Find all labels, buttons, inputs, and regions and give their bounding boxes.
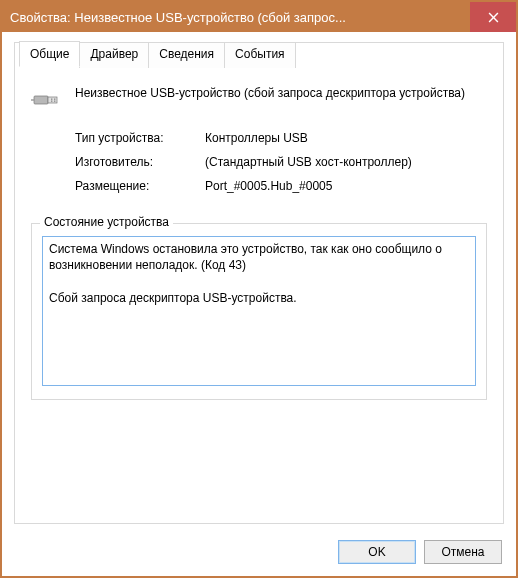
svg-rect-5 — [54, 99, 55, 100]
tab-details[interactable]: Сведения — [148, 42, 225, 68]
device-status-label: Состояние устройства — [40, 215, 173, 229]
device-status-textbox[interactable] — [42, 236, 476, 386]
titlebar[interactable]: Свойства: Неизвестное USB-устройство (сб… — [2, 2, 516, 32]
svg-rect-7 — [54, 101, 55, 102]
prop-label-manufacturer: Изготовитель: — [75, 155, 205, 169]
ok-button[interactable]: OK — [338, 540, 416, 564]
dialog-buttons: OK Отмена — [2, 530, 516, 576]
svg-rect-4 — [51, 99, 52, 100]
tab-general[interactable]: Общие — [19, 41, 80, 67]
prop-value-location: Port_#0005.Hub_#0005 — [205, 179, 332, 193]
prop-label-location: Размещение: — [75, 179, 205, 193]
tab-driver[interactable]: Драйвер — [79, 42, 149, 68]
properties-dialog: Свойства: Неизвестное USB-устройство (сб… — [0, 0, 518, 578]
prop-value-manufacturer: (Стандартный USB хост-контроллер) — [205, 155, 412, 169]
prop-label-type: Тип устройства: — [75, 131, 205, 145]
client-area: Общие Драйвер Сведения События — [2, 32, 516, 576]
device-header: Неизвестное USB-устройство (сбой запроса… — [31, 83, 487, 117]
property-list: Тип устройства: Контроллеры USB Изготови… — [75, 131, 487, 203]
prop-row-type: Тип устройства: Контроллеры USB — [75, 131, 487, 145]
prop-value-type: Контроллеры USB — [205, 131, 308, 145]
device-name: Неизвестное USB-устройство (сбой запроса… — [75, 83, 465, 117]
prop-row-manufacturer: Изготовитель: (Стандартный USB хост-конт… — [75, 155, 487, 169]
svg-rect-6 — [51, 101, 52, 102]
tab-events[interactable]: События — [224, 42, 296, 68]
close-button[interactable] — [470, 2, 516, 32]
tab-strip: Общие Драйвер Сведения События — [19, 41, 295, 67]
close-icon — [488, 12, 499, 23]
cancel-button[interactable]: Отмена — [424, 540, 502, 564]
prop-row-location: Размещение: Port_#0005.Hub_#0005 — [75, 179, 487, 193]
svg-rect-3 — [48, 97, 57, 103]
window-title: Свойства: Неизвестное USB-устройство (сб… — [10, 10, 470, 25]
device-status-group: Состояние устройства — [31, 223, 487, 400]
tab-panel: Общие Драйвер Сведения События — [14, 42, 504, 524]
svg-rect-2 — [34, 96, 48, 104]
tab-general-content: Неизвестное USB-устройство (сбой запроса… — [15, 71, 503, 523]
usb-device-icon — [31, 83, 65, 117]
